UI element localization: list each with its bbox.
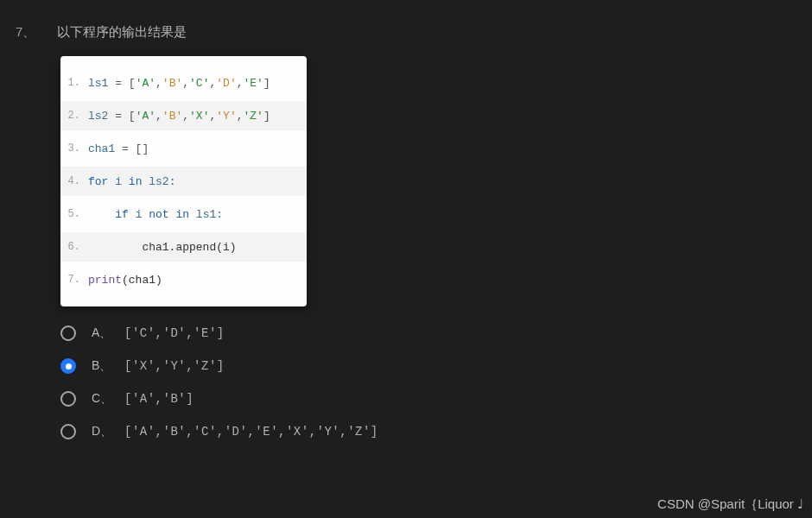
code-content: ls2 = ['A','B','X','Y','Z'] (88, 110, 270, 123)
radio-icon[interactable] (60, 424, 76, 439)
code-line: 3.cha1 = [] (60, 134, 307, 163)
option-text: ['C','D','E'] (124, 326, 225, 340)
line-number: 4. (60, 175, 88, 187)
line-number: 6. (60, 241, 88, 253)
option-text: ['A','B'] (124, 392, 193, 406)
line-number: 1. (60, 77, 88, 89)
radio-icon[interactable] (60, 391, 76, 407)
question-text: 以下程序的输出结果是 (57, 24, 187, 41)
code-line: 2.ls2 = ['A','B','X','Y','Z'] (60, 101, 307, 130)
code-block: 1.ls1 = ['A','B','C','D','E']2.ls2 = ['A… (60, 56, 307, 306)
option-text: ['A','B','C','D','E','X','Y','Z'] (124, 425, 378, 439)
option-letter: D、 (92, 424, 124, 439)
option-d[interactable]: D、['A','B','C','D','E','X','Y','Z'] (60, 424, 812, 439)
radio-icon[interactable] (60, 325, 76, 341)
code-line: 4.for i in ls2: (60, 167, 307, 196)
option-letter: C、 (92, 391, 124, 407)
code-line: 6. cha1.append(i) (60, 232, 307, 262)
radio-icon[interactable] (60, 358, 76, 374)
code-line: 7.print(cha1) (60, 265, 307, 294)
option-text: ['X','Y','Z'] (124, 359, 225, 373)
watermark: CSDN @Sparit｛Liquor ♩ (657, 496, 803, 513)
code-line: 5. if i not in ls1: (60, 199, 307, 229)
options-container: A、['C','D','E']B、['X','Y','Z']C、['A','B'… (60, 325, 812, 439)
code-content: cha1.append(i) (88, 241, 237, 254)
option-a[interactable]: A、['C','D','E'] (60, 325, 812, 341)
question-header: 7、 以下程序的输出结果是 (0, 0, 812, 41)
line-number: 3. (60, 142, 88, 155)
option-c[interactable]: C、['A','B'] (60, 391, 812, 407)
line-number: 2. (60, 110, 88, 122)
option-letter: A、 (92, 325, 124, 341)
code-content: ls1 = ['A','B','C','D','E'] (88, 77, 270, 90)
code-content: if i not in ls1: (88, 208, 223, 221)
code-content: cha1 = [] (88, 142, 149, 155)
code-content: for i in ls2: (88, 175, 175, 188)
option-b[interactable]: B、['X','Y','Z'] (60, 358, 812, 374)
code-line: 1.ls1 = ['A','B','C','D','E'] (60, 68, 307, 98)
option-letter: B、 (92, 358, 124, 374)
question-number: 7、 (16, 24, 57, 41)
line-number: 5. (60, 208, 88, 220)
code-content: print(cha1) (88, 274, 162, 287)
line-number: 7. (60, 274, 88, 286)
